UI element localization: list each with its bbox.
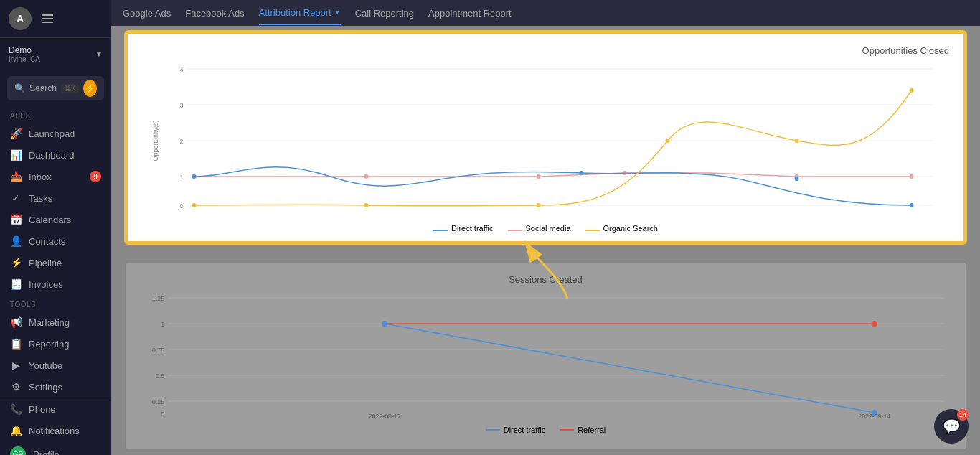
sidebar-item-label: Notifications [29, 426, 80, 436]
y-axis-label: Opportunity(s) [152, 120, 159, 161]
legend-direct: Direct traffic [486, 426, 545, 434]
svg-text:2021-11-08: 2021-11-08 [179, 211, 209, 212]
tools-section-label: Tools [0, 295, 111, 311]
sidebar-item-label: Tasks [29, 193, 52, 204]
inbox-badge: 9 [90, 171, 101, 182]
sidebar-item-pipeline[interactable]: ⚡ Pipeline [0, 252, 111, 273]
sessions-chart-legend: Direct traffic Referral [140, 426, 951, 434]
svg-text:1.25: 1.25 [152, 295, 164, 302]
dashboard-icon: 📊 [10, 149, 22, 161]
topnav-google-ads[interactable]: Google Ads [123, 2, 171, 24]
sidebar-item-inbox[interactable]: 📥 Inbox 9 [0, 166, 111, 187]
calendars-icon: 📅 [10, 214, 22, 225]
sidebar-item-reporting[interactable]: 📋 Reporting [0, 333, 111, 355]
account-selector[interactable]: Demo Irvine, CA ▼ [0, 38, 111, 70]
svg-rect-0 [42, 14, 53, 16]
legend-organic-search: Organic Search [585, 224, 658, 233]
svg-text:2021-11-15: 2021-11-15 [524, 211, 553, 212]
svg-point-32 [537, 174, 541, 179]
svg-point-31 [364, 174, 369, 179]
topnav-attribution-report[interactable]: Attribution Report ▼ [259, 1, 341, 25]
sessions-chart-title: Sessions Created [140, 274, 951, 285]
svg-text:1: 1 [161, 321, 164, 328]
content-area: Sessions Created 1.25 1 0.75 0.5 0.25 0 [111, 26, 980, 455]
legend-direct-traffic: Direct traffic [433, 224, 493, 233]
svg-point-45 [910, 88, 914, 93]
settings-icon: ⚙ [10, 381, 22, 393]
tasks-icon: ✓ [10, 192, 22, 204]
sidebar-item-marketing[interactable]: 📢 Marketing [0, 311, 111, 333]
svg-text:0: 0 [161, 411, 164, 418]
sessions-chart-container: Sessions Created 1.25 1 0.75 0.5 0.25 0 [126, 263, 966, 449]
sidebar-item-label: Launchpad [29, 128, 75, 139]
sidebar-item-contacts[interactable]: 👤 Contacts [0, 230, 111, 252]
sidebar-item-label: Inbox [29, 172, 52, 182]
search-bar[interactable]: 🔍 Search ⌘K ⚡ [7, 76, 104, 100]
menu-toggle-button[interactable] [39, 10, 56, 27]
svg-point-37 [580, 171, 584, 175]
profile-avatar: GP [10, 446, 26, 455]
contacts-icon: 👤 [10, 235, 22, 247]
sidebar-item-youtube[interactable]: ▶ Youtube [0, 355, 111, 376]
svg-text:0.25: 0.25 [152, 398, 164, 405]
svg-text:2021-11-11: 2021-11-11 [352, 211, 381, 212]
sidebar-item-dashboard[interactable]: 📊 Dashboard [0, 144, 111, 166]
topnav-facebook-ads[interactable]: Facebook Ads [185, 2, 244, 24]
sidebar-item-launchpad[interactable]: 🚀 Launchpad [0, 123, 111, 144]
top-navigation: Google Ads Facebook Ads Attribution Repo… [111, 0, 980, 26]
svg-text:0: 0 [179, 202, 183, 210]
sidebar-item-settings[interactable]: ⚙ Settings [0, 376, 111, 398]
svg-point-16 [382, 321, 387, 327]
topnav-appointment-report[interactable]: Appointment Report [428, 2, 512, 24]
chevron-down-icon: ▼ [334, 9, 341, 16]
svg-point-35 [910, 174, 914, 179]
sidebar-item-profile[interactable]: GP Profile [0, 441, 111, 455]
search-label: Search [29, 83, 57, 93]
svg-text:0.75: 0.75 [152, 347, 164, 354]
lightning-button[interactable]: ⚡ [83, 80, 97, 97]
chat-button[interactable]: 💬 14 [934, 409, 969, 444]
sidebar-item-label: Youtube [29, 360, 62, 371]
youtube-icon: ▶ [10, 360, 22, 371]
sidebar-item-label: Contacts [29, 236, 65, 247]
sidebar-item-label: Reporting [29, 339, 69, 350]
svg-text:2022-08-17: 2022-08-17 [369, 413, 401, 420]
sidebar-item-invoices[interactable]: 🧾 Invoices [0, 273, 111, 295]
svg-text:2: 2 [179, 138, 183, 145]
svg-point-40 [192, 203, 197, 207]
svg-point-43 [666, 139, 670, 143]
invoices-icon: 🧾 [10, 278, 22, 290]
sidebar-item-notifications[interactable]: 🔔 Notifications [0, 420, 111, 441]
chat-badge: 14 [957, 409, 969, 421]
sidebar-bottom: 📞 Phone 🔔 Notifications GP Profile [0, 398, 111, 455]
svg-point-15 [872, 321, 877, 327]
phone-icon: 📞 [10, 403, 22, 415]
topnav-call-reporting[interactable]: Call Reporting [355, 2, 414, 24]
chevron-down-icon: ▼ [95, 50, 103, 58]
svg-text:2021-11-22: 2021-11-22 [782, 211, 811, 212]
sidebar-item-tasks[interactable]: ✓ Tasks [0, 187, 111, 209]
reporting-icon: 📋 [10, 338, 22, 350]
svg-rect-2 [42, 22, 53, 23]
sidebar-item-phone[interactable]: 📞 Phone [0, 398, 111, 420]
inbox-icon: 📥 [10, 171, 22, 182]
svg-point-39 [910, 203, 914, 207]
opportunities-chart-legend: Direct traffic Social media Organic Sear… [142, 224, 949, 233]
sidebar-item-label: Pipeline [29, 258, 62, 268]
search-shortcut: ⌘K [61, 84, 79, 93]
sidebar: A Demo Irvine, CA ▼ 🔍 Search ⌘K ⚡ Apps 🚀… [0, 0, 111, 455]
sessions-chart-svg: 1.25 1 0.75 0.5 0.25 0 2022-08-17 2022-0… [140, 291, 951, 420]
svg-text:2021-11-09: 2021-11-09 [265, 211, 295, 212]
sidebar-item-label: Phone [29, 404, 56, 415]
sidebar-item-label: Dashboard [29, 150, 75, 161]
sidebar-item-label: Marketing [29, 317, 70, 328]
legend-social-media: Social media [508, 224, 571, 233]
search-icon: 🔍 [14, 83, 25, 93]
pipeline-icon: ⚡ [10, 257, 22, 268]
notifications-icon: 🔔 [10, 425, 22, 436]
svg-point-36 [192, 174, 197, 179]
sidebar-item-label: Calendars [29, 215, 71, 225]
legend-referral: Referral [560, 426, 606, 434]
sidebar-item-calendars[interactable]: 📅 Calendars [0, 209, 111, 230]
svg-text:1: 1 [179, 174, 183, 181]
